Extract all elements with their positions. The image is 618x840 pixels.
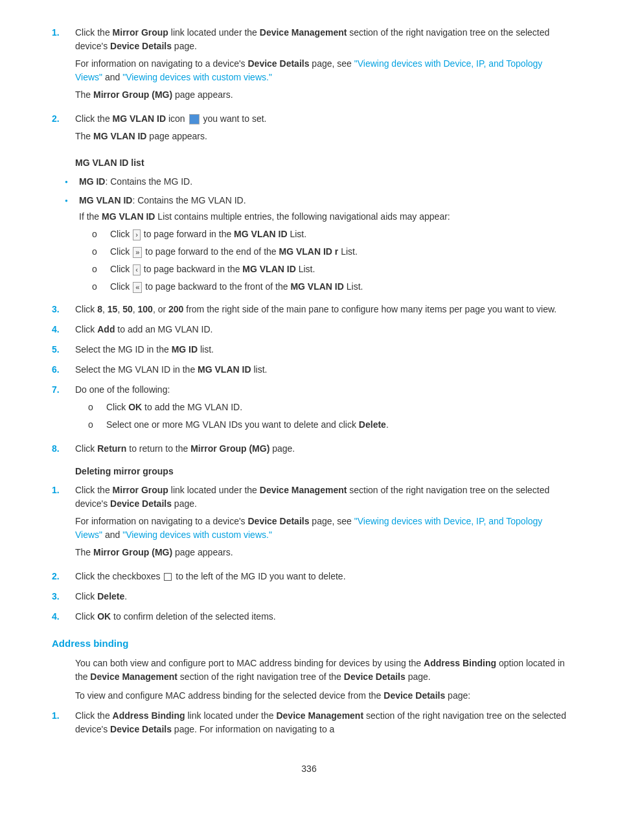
bullet-1-marker: ●	[65, 178, 79, 186]
delete-step-1-number: 1.	[52, 484, 75, 497]
page-number: 336	[52, 762, 566, 776]
step-2: 2. Click the MG VLAN ID icon you want to…	[52, 112, 566, 147]
step-1-line-2: For information on navigating to a devic…	[75, 57, 566, 84]
delete-step-1-line-3: The Mirror Group (MG) page appears.	[75, 546, 566, 559]
step-6-number: 6.	[52, 363, 75, 377]
delete-step-2-content: Click the checkboxes to the left of the …	[75, 570, 566, 583]
nav-prev-icon: ‹	[133, 264, 141, 275]
delete-step-3-content: Click Delete.	[75, 590, 566, 603]
delete-step-1-line-1: Click the Mirror Group link located unde…	[75, 484, 566, 511]
step-2-line-1: Click the MG VLAN ID icon you want to se…	[75, 112, 566, 126]
address-step-1-content: Click the Address Binding link located u…	[75, 709, 566, 736]
step-8: 8. Click Return to return to the Mirror …	[52, 442, 566, 456]
mg-vlan-id-icon	[189, 114, 200, 124]
step-3: 3. Click 8, 15, 50, 100, or 200 from the…	[52, 303, 566, 316]
address-binding-intro-1: You can both view and configure port to …	[75, 657, 566, 684]
page-content: 1. Click the Mirror Group link located u…	[52, 26, 566, 776]
sub-marker-7-1: o	[88, 401, 106, 414]
sub-marker-1: o	[92, 228, 110, 241]
nav-next-icon: ›	[133, 229, 141, 240]
delete-step-4-content: Click OK to confirm deletion of the sele…	[75, 610, 566, 624]
step-2-number: 2.	[52, 112, 75, 126]
step-7-number: 7.	[52, 383, 75, 397]
step-1-content: Click the Mirror Group link located unde…	[75, 26, 566, 106]
mg-vlan-main-steps: 1. Click the Mirror Group link located u…	[52, 26, 566, 147]
step-7-sub-2-content: Select one or more MG VLAN IDs you want …	[106, 418, 389, 432]
step-4: 4. Click Add to add an MG VLAN ID.	[52, 323, 566, 336]
delete-step-3: 3. Click Delete.	[52, 590, 566, 603]
step-7: 7. Do one of the following: o Click OK t…	[52, 383, 566, 436]
sub-marker-4: o	[92, 280, 110, 294]
step-4-number: 4.	[52, 323, 75, 336]
step-1-line-1: Click the Mirror Group link located unde…	[75, 26, 566, 53]
delete-step-1: 1. Click the Mirror Group link located u…	[52, 484, 566, 563]
sub-step-forward-end: o Click » to page forward to the end of …	[92, 245, 566, 259]
step-4-content: Click Add to add an MG VLAN ID.	[75, 323, 566, 336]
step-8-content: Click Return to return to the Mirror Gro…	[75, 442, 566, 456]
step-5: 5. Select the MG ID in the MG ID list.	[52, 343, 566, 356]
link-viewing-custom-1[interactable]: "Viewing devices with custom views."	[122, 72, 272, 82]
address-step-1-number: 1.	[52, 709, 75, 723]
mg-vlan-id-list-heading: MG VLAN ID list	[75, 156, 566, 170]
step-7-sub-1-content: Click OK to add the MG VLAN ID.	[106, 401, 242, 414]
sub-marker-7-2: o	[88, 418, 106, 432]
bullet-2-marker: ●	[65, 197, 79, 205]
step-3-content: Click 8, 15, 50, 100, or 200 from the ri…	[75, 303, 566, 316]
checkbox-icon	[164, 573, 172, 581]
delete-step-1-content: Click the Mirror Group link located unde…	[75, 484, 566, 563]
step-7-intro: Do one of the following:	[75, 383, 566, 397]
sub-step-forward: o Click › to page forward in the MG VLAN…	[92, 228, 566, 241]
bullet-2-main: MG VLAN ID: Contains the MG VLAN ID.	[79, 194, 566, 207]
sub-step-backward: o Click ‹ to page backward in the MG VLA…	[92, 262, 566, 276]
bullet-2-sub-intro: If the MG VLAN ID List contains multiple…	[79, 210, 566, 224]
sub-step-2-content: Click » to page forward to the end of th…	[110, 245, 358, 259]
bullet-1-content: MG ID: Contains the MG ID.	[79, 175, 566, 189]
delete-step-4-number: 4.	[52, 610, 75, 624]
nav-next-end-icon: »	[133, 247, 142, 258]
nav-prev-start-icon: «	[133, 282, 142, 293]
step-5-number: 5.	[52, 343, 75, 356]
address-binding-intro-2: To view and configure MAC address bindin…	[75, 689, 566, 703]
delete-step-3-number: 3.	[52, 590, 75, 603]
link-viewing-custom-2[interactable]: "Viewing devices with custom views."	[122, 530, 272, 540]
delete-step-1-line-2: For information on navigating to a devic…	[75, 515, 566, 542]
step-6-content: Select the MG VLAN ID in the MG VLAN ID …	[75, 363, 566, 377]
step-3-number: 3.	[52, 303, 75, 316]
bullet-2-content: MG VLAN ID: Contains the MG VLAN ID. If …	[79, 194, 566, 298]
sub-step-4-content: Click « to page backward to the front of…	[110, 280, 363, 294]
step-1-number: 1.	[52, 26, 75, 40]
deleting-mirror-groups-heading: Deleting mirror groups	[75, 465, 566, 478]
sub-step-3-content: Click ‹ to page backward in the MG VLAN …	[110, 262, 315, 276]
bullet-mg-vlan-id: ● MG VLAN ID: Contains the MG VLAN ID. I…	[65, 194, 566, 298]
step-1-line-3: The Mirror Group (MG) page appears.	[75, 88, 566, 102]
step-2-line-2: The MG VLAN ID page appears.	[75, 130, 566, 143]
step-7-sub-1: o Click OK to add the MG VLAN ID.	[88, 401, 566, 414]
delete-mirror-steps: 1. Click the Mirror Group link located u…	[52, 484, 566, 624]
address-binding-title: Address binding	[52, 636, 566, 651]
sub-step-backward-front: o Click « to page backward to the front …	[92, 280, 566, 294]
step-5-content: Select the MG ID in the MG ID list.	[75, 343, 566, 356]
step-7-sub-2: o Select one or more MG VLAN IDs you wan…	[88, 418, 566, 432]
delete-step-4: 4. Click OK to confirm deletion of the s…	[52, 610, 566, 624]
delete-step-2-number: 2.	[52, 570, 75, 583]
address-binding-section: Address binding You can both view and co…	[52, 636, 566, 736]
sub-marker-3: o	[92, 262, 110, 276]
step-7-content: Do one of the following: o Click OK to a…	[75, 383, 566, 436]
step-8-number: 8.	[52, 442, 75, 456]
step-2-content: Click the MG VLAN ID icon you want to se…	[75, 112, 566, 147]
step-6: 6. Select the MG VLAN ID in the MG VLAN …	[52, 363, 566, 377]
address-step-1: 1. Click the Address Binding link locate…	[52, 709, 566, 736]
sub-step-1-content: Click › to page forward in the MG VLAN I…	[110, 228, 306, 241]
bullet-mg-id: ● MG ID: Contains the MG ID.	[65, 175, 566, 189]
sub-marker-2: o	[92, 245, 110, 259]
steps-3-8: 3. Click 8, 15, 50, 100, or 200 from the…	[52, 303, 566, 456]
delete-step-2: 2. Click the checkboxes to the left of t…	[52, 570, 566, 583]
address-binding-intro: You can both view and configure port to …	[75, 657, 566, 703]
step-1: 1. Click the Mirror Group link located u…	[52, 26, 566, 106]
